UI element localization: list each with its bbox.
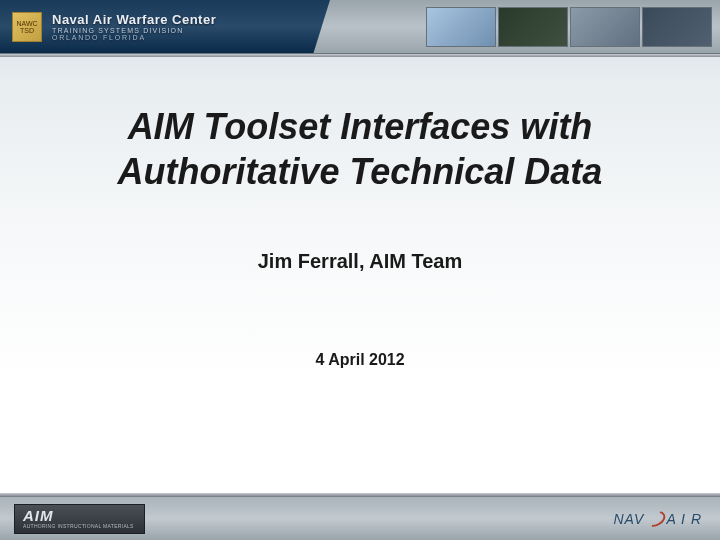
slide-title: AIM Toolset Interfaces with Authoritativ…: [60, 104, 660, 194]
footer-divider: [0, 493, 720, 496]
org-title: Naval Air Warfare Center: [52, 12, 216, 27]
org-banner: NAWC TSD Naval Air Warfare Center TRAINI…: [0, 0, 330, 53]
header-bar: NAWC TSD Naval Air Warfare Center TRAINI…: [0, 0, 720, 54]
org-location: ORLANDO FLORIDA: [52, 34, 216, 41]
navair-prefix: NAV: [613, 511, 644, 527]
header-image-jet: [426, 7, 496, 47]
org-badge-icon: NAWC TSD: [12, 12, 42, 42]
header-image-ship: [570, 7, 640, 47]
header-divider: [0, 54, 720, 57]
navair-swoosh-icon: [646, 512, 664, 526]
author-line: Jim Ferrall, AIM Team: [60, 250, 660, 273]
aim-logo: AIM AUTHORING INSTRUCTIONAL MATERIALS: [14, 504, 145, 534]
navair-logo: NAV A I R: [613, 511, 702, 527]
title-line-1: AIM Toolset Interfaces with: [128, 106, 593, 147]
org-division: TRAINING SYSTEMS DIVISION: [52, 27, 216, 34]
org-text-block: Naval Air Warfare Center TRAINING SYSTEM…: [52, 12, 216, 41]
title-line-2: Authoritative Technical Data: [118, 151, 603, 192]
header-image-pilot: [498, 7, 568, 47]
aim-logo-subtitle: AUTHORING INSTRUCTIONAL MATERIALS: [23, 523, 134, 529]
header-image-strip: [426, 7, 712, 47]
date-line: 4 April 2012: [60, 351, 660, 369]
header-image-crew: [642, 7, 712, 47]
footer-bar: AIM AUTHORING INSTRUCTIONAL MATERIALS NA…: [0, 496, 720, 540]
navair-suffix: A I R: [666, 511, 702, 527]
slide-content: AIM Toolset Interfaces with Authoritativ…: [0, 54, 720, 369]
aim-logo-text: AIM: [23, 508, 134, 523]
